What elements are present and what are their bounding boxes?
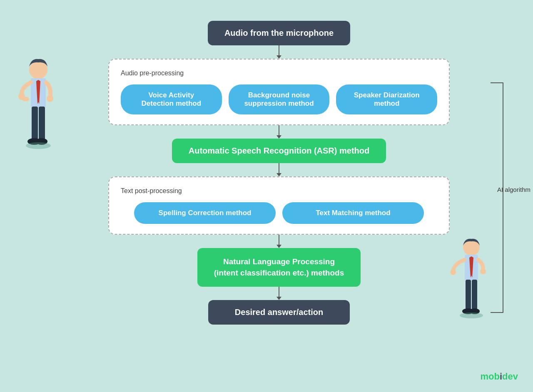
audio-preprocessing-box: Audio pre-processing Voice ActivityDetec… xyxy=(108,59,450,125)
arrow-2 xyxy=(276,125,281,139)
voice-activity-node: Voice ActivityDetection method xyxy=(121,84,222,114)
ai-algorithm-label: AI algorithm xyxy=(497,186,531,193)
svg-rect-6 xyxy=(39,107,45,140)
svg-point-4 xyxy=(47,95,53,102)
spelling-correction-node: Spelling Correction method xyxy=(134,202,276,224)
desired-answer-node: Desired answer/action xyxy=(208,300,350,325)
audio-methods-row: Voice ActivityDetection method Backgroun… xyxy=(121,84,437,114)
audio-input-node: Audio from the microphone xyxy=(208,21,350,45)
svg-point-3 xyxy=(18,93,25,100)
text-postprocessing-label: Text post-processing xyxy=(121,187,437,195)
speaker-diarization-node: Speaker Diarizationmethod xyxy=(336,84,437,114)
svg-rect-5 xyxy=(32,107,38,140)
audio-preprocessing-label: Audio pre-processing xyxy=(121,69,437,77)
svg-point-9 xyxy=(26,142,51,149)
flowchart-container: Audio from the microphone Audio pre-proc… xyxy=(58,21,500,380)
person-left-illustration xyxy=(12,54,58,179)
text-methods-row: Spelling Correction method Text Matching… xyxy=(121,202,437,224)
logo-text: mobidev xyxy=(481,371,518,382)
svg-point-0 xyxy=(29,61,47,79)
arrow-5 xyxy=(276,287,281,300)
mobidev-logo: mobidev xyxy=(481,371,518,382)
text-matching-node: Text Matching method xyxy=(282,202,424,224)
asr-node: Automatic Speech Recognition (ASR) metho… xyxy=(172,139,386,163)
text-postprocessing-box: Text post-processing Spelling Correction… xyxy=(108,176,450,235)
arrow-1 xyxy=(276,45,281,59)
nlp-node: Natural Language Processing(intent class… xyxy=(197,248,361,287)
background-noise-node: Background noisesuppression method xyxy=(229,84,330,114)
ai-algorithm-bracket xyxy=(482,81,516,314)
arrow-3 xyxy=(276,163,281,176)
arrow-4 xyxy=(276,235,281,248)
